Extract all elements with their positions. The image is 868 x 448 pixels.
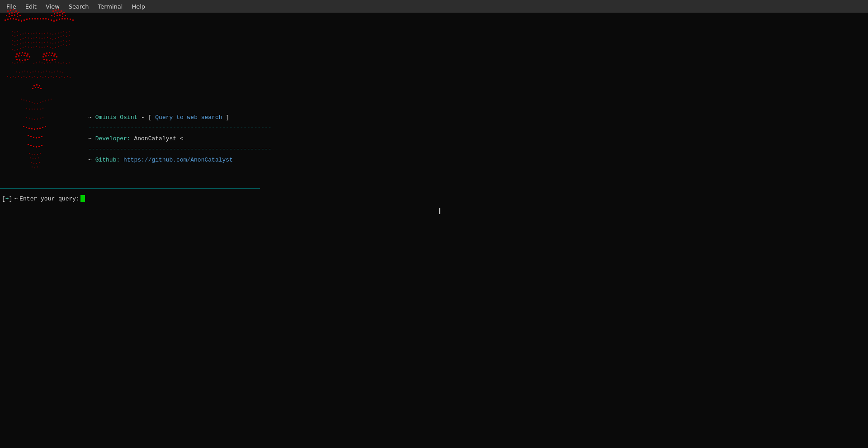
svg-rect-122 [20, 34, 21, 35]
prompt-bracket-close: ] [9, 195, 13, 202]
svg-rect-147 [28, 38, 29, 38]
svg-rect-222 [63, 62, 64, 63]
svg-rect-231 [33, 71, 33, 72]
svg-rect-278 [51, 99, 52, 100]
svg-rect-93 [38, 87, 39, 88]
svg-rect-293 [29, 153, 30, 154]
terminal-cursor [80, 195, 85, 202]
svg-rect-41 [34, 18, 36, 19]
svg-rect-15 [52, 10, 54, 12]
svg-rect-129 [39, 33, 40, 34]
svg-rect-82 [56, 56, 57, 57]
svg-rect-12 [14, 14, 15, 16]
svg-rect-159 [61, 36, 61, 37]
svg-rect-0 [7, 10, 9, 12]
prompt-area[interactable]: [ + ] ~ Enter your query: [2, 195, 85, 202]
svg-rect-252 [32, 77, 33, 78]
svg-rect-283 [37, 109, 38, 110]
svg-rect-156 [52, 39, 53, 40]
svg-rect-88 [33, 85, 35, 86]
svg-rect-295 [34, 154, 35, 155]
svg-rect-211 [23, 62, 24, 63]
terminal[interactable]: . . . . . . . . . . . . . . . . . . . . … [0, 13, 868, 448]
svg-rect-228 [24, 71, 25, 71]
svg-rect-145 [23, 38, 24, 39]
svg-rect-148 [31, 38, 32, 39]
svg-rect-271 [32, 102, 33, 103]
svg-rect-22 [59, 12, 61, 13]
svg-rect-84 [46, 59, 47, 61]
svg-rect-7 [14, 12, 15, 13]
svg-rect-152 [42, 38, 42, 39]
svg-rect-186 [14, 50, 15, 51]
svg-rect-68 [19, 59, 20, 61]
svg-rect-264 [64, 77, 65, 78]
svg-rect-63 [21, 55, 22, 56]
svg-rect-134 [52, 34, 53, 35]
svg-rect-103 [45, 126, 46, 127]
svg-rect-289 [34, 119, 35, 120]
svg-rect-248 [21, 77, 22, 78]
svg-rect-13 [17, 16, 18, 17]
svg-rect-169 [28, 42, 29, 43]
svg-rect-162 [69, 35, 70, 36]
svg-rect-167 [23, 43, 24, 43]
svg-rect-107 [36, 137, 37, 138]
svg-rect-144 [20, 39, 21, 40]
svg-rect-308 [37, 167, 38, 167]
svg-rect-200 [52, 48, 53, 49]
svg-rect-203 [61, 45, 61, 46]
svg-rect-146 [25, 37, 26, 38]
svg-rect-214 [39, 62, 40, 62]
svg-rect-164 [14, 45, 15, 46]
svg-rect-223 [66, 63, 67, 64]
svg-rect-64 [24, 55, 25, 56]
prompt-plus: + [5, 195, 9, 202]
svg-rect-208 [14, 63, 15, 64]
svg-rect-112 [33, 146, 34, 147]
svg-rect-106 [33, 137, 34, 138]
svg-rect-123 [23, 33, 24, 34]
svg-rect-202 [58, 46, 59, 47]
svg-rect-57 [19, 52, 20, 54]
svg-rect-154 [47, 37, 48, 38]
svg-rect-18 [61, 10, 62, 12]
svg-rect-177 [50, 43, 51, 43]
svg-rect-70 [24, 59, 26, 61]
svg-rect-171 [33, 42, 34, 43]
svg-rect-71 [27, 59, 28, 60]
svg-rect-113 [36, 146, 37, 148]
svg-rect-184 [69, 40, 70, 41]
svg-rect-2 [13, 9, 14, 10]
svg-rect-299 [33, 158, 33, 159]
mouse-cursor: I [439, 206, 441, 215]
svg-rect-212 [33, 63, 34, 64]
svg-rect-94 [40, 88, 42, 89]
svg-rect-258 [48, 77, 49, 78]
menu-terminal[interactable]: Terminal [94, 2, 126, 11]
svg-rect-280 [29, 109, 30, 110]
svg-rect-251 [29, 76, 30, 77]
svg-rect-28 [62, 16, 63, 17]
menu-help[interactable]: Help [128, 2, 149, 11]
svg-rect-141 [12, 40, 13, 41]
svg-rect-87 [54, 59, 56, 60]
svg-rect-143 [17, 40, 18, 41]
svg-rect-85 [49, 60, 50, 61]
svg-rect-5 [9, 13, 10, 14]
svg-rect-150 [36, 37, 37, 38]
svg-rect-139 [66, 32, 67, 33]
svg-rect-263 [61, 76, 62, 77]
svg-rect-237 [49, 71, 50, 72]
svg-rect-26 [57, 15, 58, 16]
svg-rect-6 [11, 12, 13, 14]
info-separator1: ----------------------------------------… [88, 123, 272, 133]
svg-rect-158 [58, 37, 59, 38]
svg-rect-54 [70, 19, 71, 20]
svg-rect-235 [43, 71, 44, 72]
svg-rect-260 [53, 77, 54, 78]
svg-rect-284 [40, 109, 41, 110]
svg-rect-168 [25, 42, 26, 43]
svg-rect-247 [18, 76, 19, 77]
svg-rect-37 [24, 19, 25, 21]
